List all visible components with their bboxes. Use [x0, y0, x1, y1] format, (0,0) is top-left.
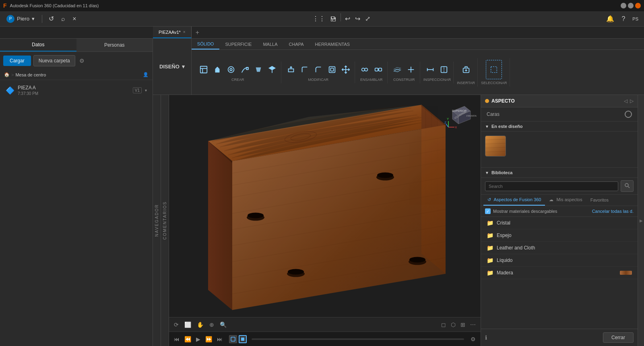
sketch-icon[interactable] [197, 63, 210, 76]
joint-icon[interactable] [358, 63, 371, 76]
move-icon[interactable] [339, 63, 352, 76]
revolve-icon[interactable] [225, 63, 237, 76]
notification-btn[interactable]: 🔔 [604, 13, 617, 24]
view-menu-btn[interactable]: ⊞ [459, 320, 467, 330]
file-item[interactable]: 🔷 PIEZA A 7:37:30 PM V1 ▾ [2, 82, 151, 99]
new-tab-button[interactable]: + [192, 27, 203, 38]
save-button[interactable] [328, 13, 339, 24]
tab-personas[interactable]: Personas [76, 39, 153, 51]
help-btn[interactable]: ? [619, 14, 627, 24]
svg-point-6 [230, 68, 232, 71]
offset-plane-icon[interactable] [391, 63, 404, 76]
timeline-frame-box[interactable] [229, 335, 237, 343]
redo-button[interactable]: ↪ [353, 13, 363, 24]
active-tab[interactable]: PIEZAAv1* × [153, 27, 192, 38]
tab-superficie[interactable]: SUPERFICIE [219, 39, 257, 49]
material-item-cristal[interactable]: 📁 Cristal [481, 217, 638, 229]
right-collapse-handle[interactable]: ▶ [638, 95, 644, 346]
maximize-button[interactable] [628, 3, 634, 8]
pan-btn[interactable]: ✋ [195, 320, 205, 330]
fit-btn[interactable]: ⬜ [183, 320, 193, 330]
viewcube[interactable]: SUPERIOR IZQUIERDA FRONTAL X Y Z [444, 99, 477, 131]
close-panel-button[interactable]: Cerrar [603, 332, 634, 343]
home-icon[interactable]: 🏠 [4, 72, 10, 77]
motion-link-icon[interactable] [372, 63, 385, 76]
view-more-btn[interactable]: ⋯ [469, 320, 477, 330]
panel-left-expand[interactable]: ◁ [624, 98, 627, 104]
material-item-espejo[interactable]: 📁 Espejo [481, 229, 638, 242]
tab-solido[interactable]: SÓLIDO [192, 39, 220, 49]
user-profile-btn[interactable]: PS [630, 15, 641, 23]
material-name: Madera [497, 270, 513, 276]
panel-right-expand[interactable]: ▷ [630, 98, 634, 104]
timeline-track[interactable] [252, 338, 464, 340]
ensamblar-icons [358, 63, 385, 76]
material-thumbnail[interactable] [485, 136, 506, 157]
insert-icon[interactable] [458, 60, 474, 79]
tab-favorites[interactable]: Favoritos [586, 195, 613, 206]
minimize-button[interactable] [621, 3, 626, 8]
group-construir: CONSTRUIR [388, 62, 420, 83]
zoom-btn[interactable]: ⊕ [208, 320, 216, 330]
content-area: DISEÑO ▾ SÓLIDO SUPERFICIE MALLA CHAPA H… [153, 39, 644, 346]
fillet-icon[interactable] [298, 63, 311, 76]
search-input[interactable] [485, 181, 618, 191]
tab-close-icon[interactable]: × [183, 30, 186, 34]
timeline-prev-start[interactable]: ⏮ [172, 334, 181, 344]
chamfer-icon[interactable] [312, 63, 325, 76]
material-item-madera[interactable]: 📁 Madera [481, 267, 638, 279]
viewport-3d[interactable]: SUPERIOR IZQUIERDA FRONTAL X Y Z [169, 95, 481, 317]
measure-icon[interactable] [424, 63, 437, 76]
modificar-label: MODIFICAR [308, 78, 329, 82]
tab-datos[interactable]: Datos [0, 39, 76, 51]
tab-herramientas[interactable]: HERRAMIENTAS [310, 39, 356, 49]
cancel-all-label[interactable]: Cancelar todas las d. [592, 209, 634, 214]
timeline-prev-step[interactable]: ⏪ [183, 334, 193, 344]
undo-button[interactable]: ↩ [343, 13, 353, 24]
tab-fusion-aspects[interactable]: ↺ Aspectos de Fusion 360 [483, 195, 545, 206]
load-button[interactable]: Cargar [3, 56, 31, 66]
view-grid-btn[interactable]: ◻ [440, 320, 448, 330]
timeline-play[interactable]: ▶ [194, 334, 202, 344]
search-button[interactable]: ⌕ [59, 14, 68, 24]
tab-malla[interactable]: MALLA [257, 39, 283, 49]
material-item-leather[interactable]: 📁 Leather and Cloth [481, 242, 638, 254]
press-pull-icon[interactable] [285, 63, 297, 76]
downloadable-checkbox[interactable]: ✓ [485, 208, 491, 214]
new-folder-button[interactable]: Nueva carpeta [33, 55, 75, 66]
close-button[interactable] [635, 3, 641, 8]
grid-icon[interactable]: ⋮⋮ [310, 13, 328, 24]
shell-icon[interactable] [326, 63, 339, 76]
timeline-next-end[interactable]: ⏭ [215, 334, 224, 344]
group-modificar: MODIFICAR [282, 62, 355, 83]
zoom-fit-btn[interactable]: 🔍 [218, 320, 228, 330]
orbit-btn[interactable]: ⟳ [172, 320, 180, 330]
design-button[interactable]: DISEÑO ▾ [153, 39, 192, 95]
search-button[interactable] [621, 180, 634, 192]
refresh-button[interactable]: ↺ [46, 13, 56, 24]
timeline-next-step[interactable]: ⏩ [204, 334, 214, 344]
timeline-settings[interactable]: ⚙ [469, 334, 477, 344]
toolbar-close-button[interactable]: × [70, 14, 78, 24]
breadcrumb-item[interactable]: Mesa de centro [15, 72, 46, 77]
extrude-icon[interactable] [211, 63, 224, 76]
settings-button[interactable]: ⚙ [78, 56, 86, 66]
caras-circle[interactable] [625, 111, 632, 118]
select-icon[interactable] [486, 60, 502, 79]
en-este-disenio-section[interactable]: ▼ En este diseño [481, 122, 638, 132]
axis-icon[interactable] [405, 63, 417, 76]
mirror-icon[interactable] [266, 63, 279, 76]
section-analysis-icon[interactable] [438, 63, 450, 76]
loft-icon[interactable] [252, 63, 265, 76]
material-item-liquido[interactable]: 📁 Líquido [481, 254, 638, 267]
file-time: 7:37:30 PM [18, 91, 130, 96]
tab-my-aspects[interactable]: ☁ Mis aspectos [545, 195, 586, 206]
biblioteca-section[interactable]: ▼ Biblioteca [481, 168, 638, 178]
user-menu[interactable]: P Piero ▾ [3, 13, 38, 25]
caras-row: Caras [481, 107, 638, 122]
timeline-record-box[interactable] [239, 335, 247, 343]
expand-button[interactable]: ⤢ [363, 13, 373, 24]
tab-chapa[interactable]: CHAPA [283, 39, 310, 49]
view-hex-btn[interactable]: ⬡ [449, 320, 457, 330]
sweep-icon[interactable] [238, 63, 251, 76]
